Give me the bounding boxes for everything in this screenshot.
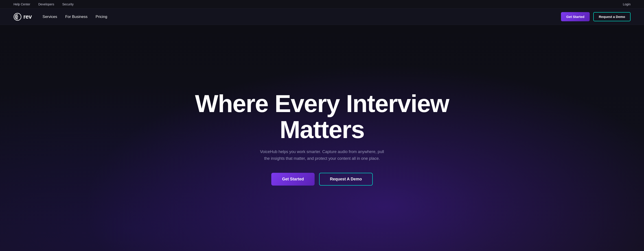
logo[interactable]: rev <box>14 13 32 21</box>
nav-right: Get Started Request a Demo <box>561 12 630 21</box>
logo-text: rev <box>23 13 32 20</box>
nav-pricing[interactable]: Pricing <box>96 14 107 19</box>
help-center-link[interactable]: Help Center <box>14 2 30 6</box>
nav-for-business[interactable]: For Business <box>65 14 88 19</box>
top-bar-right: Login <box>623 2 630 6</box>
rev-logo-icon <box>14 13 22 21</box>
hero-title: Where Every Interview Matters <box>165 91 479 142</box>
security-link[interactable]: Security <box>62 2 74 6</box>
nav-request-demo-button[interactable]: Request a Demo <box>593 12 630 21</box>
hero-cta-buttons: Get Started Request A Demo <box>271 173 373 186</box>
top-bar-links: Help Center Developers Security <box>14 2 74 6</box>
nav-services[interactable]: Services <box>43 14 57 19</box>
hero-subtitle: VoiceHub helps you work smarter. Capture… <box>259 149 385 162</box>
main-navigation: rev Services For Business Pricing Get St… <box>0 9 644 25</box>
developers-link[interactable]: Developers <box>38 2 54 6</box>
nav-links: Services For Business Pricing <box>43 14 107 19</box>
login-link[interactable]: Login <box>623 2 630 6</box>
nav-get-started-button[interactable]: Get Started <box>561 12 590 21</box>
hero-section: Where Every Interview Matters VoiceHub h… <box>0 25 644 251</box>
hero-request-demo-button[interactable]: Request A Demo <box>319 173 373 186</box>
top-utility-bar: Help Center Developers Security Login <box>0 0 644 9</box>
hero-get-started-button[interactable]: Get Started <box>271 173 314 186</box>
svg-point-1 <box>17 16 18 17</box>
nav-left: rev Services For Business Pricing <box>14 13 107 21</box>
